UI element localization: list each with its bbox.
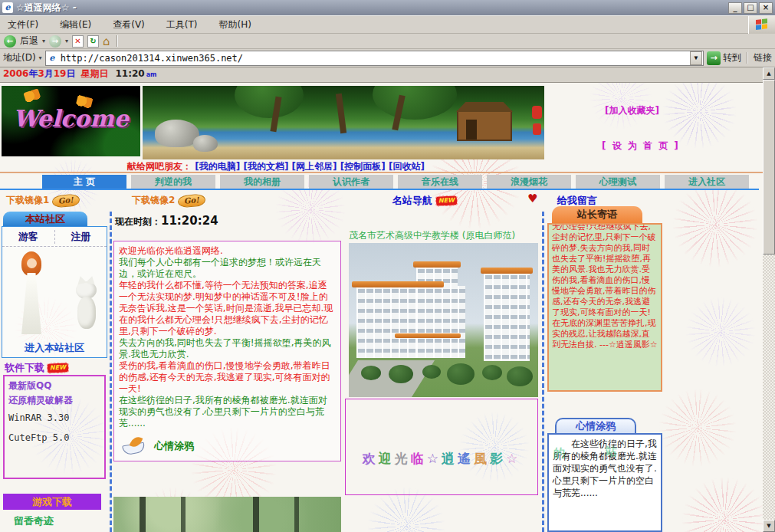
new-badge-icon: NEW: [436, 195, 458, 205]
tab-about-author[interactable]: 认识作者: [309, 175, 393, 189]
butterfly-icon: [23, 88, 41, 103]
building-roof: [481, 268, 533, 274]
download-mirror-1-link[interactable]: 下载镜像1 Go!: [6, 194, 80, 207]
go-button[interactable]: → 转到: [707, 51, 741, 65]
software-link-qq[interactable]: 最新版QQ: [8, 379, 100, 393]
welcome-text-box: 欢迎光临☆逍遙風影☆: [345, 399, 538, 495]
firework-decoration: [686, 297, 755, 366]
building-photo-caption: 茂名市艺术高级中学教学楼 (原电白师范): [349, 229, 515, 242]
browser-toolbar: ← 后退 ▾ → ▾ ✕ ↻ ⌂: [0, 34, 775, 49]
menu-edit[interactable]: 编辑(E): [60, 18, 91, 31]
menu-view[interactable]: 查看(V): [113, 18, 145, 31]
link-control-panel[interactable]: [控制面板]: [340, 161, 386, 172]
bush-decoration: [447, 363, 475, 385]
tab-music-online[interactable]: 音乐在线: [398, 175, 482, 189]
refresh-icon[interactable]: ↻: [87, 35, 99, 48]
register-link[interactable]: 注册: [55, 230, 107, 244]
main-paragraph: 年轻的我什么都不懂,等待一个无法预知的答案,追逐一个无法实现的梦.明知梦中的神话…: [119, 280, 336, 337]
game-link-liuxiang-miracle[interactable]: 留香奇迹: [14, 514, 54, 528]
wooden-hut-decoration: [457, 110, 512, 141]
main-paragraph: 在这些彷徨的日子,我所有的棱角都被磨光.就连面对现实的勇气也没有了.心里只剩下一…: [119, 395, 336, 429]
menu-file[interactable]: 文件(F): [8, 18, 38, 31]
overlapping-text-artifact: 的: [553, 446, 565, 461]
mood-graffiti-tab[interactable]: 心情涂鸦: [555, 418, 636, 434]
back-icon[interactable]: ←: [4, 35, 16, 48]
minimize-button[interactable]: _: [728, 2, 742, 14]
go-badge-icon[interactable]: Go!: [52, 193, 80, 208]
date-bar: 2006 年 3 月 19 日 星期日 11:20 am: [0, 67, 763, 83]
maximize-button[interactable]: □: [744, 2, 757, 14]
tab-psych-test[interactable]: 心理测试: [576, 175, 660, 189]
game-download-header[interactable]: 游戏下载: [3, 494, 101, 510]
bush-decoration: [422, 365, 441, 379]
address-label-caret-icon[interactable]: ▾: [39, 54, 42, 61]
community-section-tab[interactable]: 本站社区: [3, 212, 87, 226]
software-download-header: 软件下载 NEW: [5, 361, 68, 375]
community-box: 游客 注册 进入本站社区: [2, 226, 107, 358]
boat-icon: [122, 436, 146, 455]
go-arrow-icon[interactable]: →: [707, 51, 721, 65]
software-link-restore-cracker[interactable]: 还原精灵破解器: [8, 393, 100, 408]
rainbow-welcome-text: 欢迎光临☆逍遙風影☆: [346, 450, 537, 468]
welcome-banner-image: Welcome: [2, 86, 140, 156]
scroll-down-icon[interactable]: ▼: [763, 520, 775, 532]
site-navigation-link[interactable]: 名站导航 NEW: [392, 194, 457, 208]
toolbar-separator: [117, 35, 118, 47]
close-button[interactable]: ×: [759, 2, 773, 14]
stop-icon[interactable]: ✕: [72, 35, 84, 48]
set-homepage-link[interactable]: [ 设 为 首 页 ]: [602, 140, 680, 153]
link-network-neighborhood[interactable]: [网上邻居]: [292, 161, 337, 172]
tree-canopy-decoration: [235, 86, 304, 118]
home-icon[interactable]: ⌂: [103, 35, 110, 48]
main-paragraph: 欢迎光临你光临逍遥网络.: [119, 245, 336, 257]
building-roof: [413, 261, 461, 268]
address-input[interactable]: e http://cason201314.xinwen365.net/ ▼: [45, 51, 704, 66]
mirror-1-label[interactable]: 下载镜像1: [6, 194, 49, 207]
menu-bar: 文件(F) 编辑(E) 查看(V) 工具(T) 帮助(H): [0, 15, 775, 34]
vertical-scrollbar[interactable]: ▲ ▼: [763, 67, 775, 532]
heart-icon: ♥: [527, 192, 537, 205]
webmaster-note-tab[interactable]: 站长寄语: [552, 206, 642, 223]
menu-tools[interactable]: 工具(T): [166, 18, 198, 31]
menu-help[interactable]: 帮助(H): [219, 18, 251, 31]
download-mirror-2-link[interactable]: 下载镜像2 Go!: [132, 194, 205, 207]
ie-logo-icon: e: [2, 2, 13, 13]
tab-home[interactable]: 主 页: [42, 175, 126, 189]
forward-icon[interactable]: →: [49, 35, 61, 48]
tab-rebellious-me[interactable]: 判逆的我: [131, 175, 215, 189]
window-title: ☆逍遥网络☆ -: [16, 2, 77, 15]
tab-enter-community[interactable]: 进入社区: [665, 175, 749, 189]
scrollbar-thumb[interactable]: [763, 80, 775, 255]
back-dropdown-icon[interactable]: ▾: [42, 38, 45, 44]
address-url[interactable]: http://cason201314.xinwen365.net/: [61, 53, 243, 64]
community-girl-image: [15, 251, 50, 334]
software-link-winrar[interactable]: WinRAR 3.30: [8, 408, 100, 428]
tab-romantic-fireworks[interactable]: 浪漫烟花: [487, 175, 571, 189]
bush-decoration: [482, 365, 502, 380]
add-favorite-link[interactable]: [加入收藏夹]: [605, 104, 659, 117]
guest-link[interactable]: 游客: [2, 230, 55, 244]
software-download-title: 软件下载: [5, 361, 44, 375]
building-roof: [352, 281, 444, 287]
mirror-2-label[interactable]: 下载镜像2: [132, 194, 175, 207]
main-paragraph: 受伤的我,看着滴血的伤口,慢慢地学会勇敢,带着昨日的伤感,还有今天的无奈,我逃避…: [119, 360, 336, 395]
software-link-cuteftp[interactable]: CuteFtp 5.0: [8, 428, 100, 448]
tab-my-album[interactable]: 我的相册: [220, 175, 304, 189]
go-badge-icon[interactable]: Go!: [178, 193, 206, 208]
enter-community-link[interactable]: 进入本站社区: [2, 341, 107, 355]
link-recycle-bin[interactable]: [回收站]: [389, 161, 425, 172]
site-navigation-label[interactable]: 名站导航: [392, 194, 432, 208]
link-my-computer[interactable]: [我的电脑]: [195, 161, 240, 172]
address-dropdown-icon[interactable]: ▼: [690, 51, 702, 65]
back-button-label[interactable]: 后退: [20, 34, 38, 48]
links-label[interactable]: 链接: [754, 51, 772, 64]
forward-dropdown-icon[interactable]: ▾: [65, 38, 68, 44]
link-my-documents[interactable]: [我的文档]: [243, 161, 288, 172]
scroll-up-icon[interactable]: ▲: [763, 67, 775, 80]
tree-canopy-decoration: [373, 86, 457, 120]
date-month: 3: [38, 68, 44, 79]
window-titlebar: e ☆逍遥网络☆ - _ □ ×: [0, 0, 775, 15]
date-day-unit: 日: [66, 67, 75, 80]
mood-graffiti-link[interactable]: 心情涂鸦: [154, 440, 194, 452]
go-button-label[interactable]: 转到: [723, 51, 741, 64]
